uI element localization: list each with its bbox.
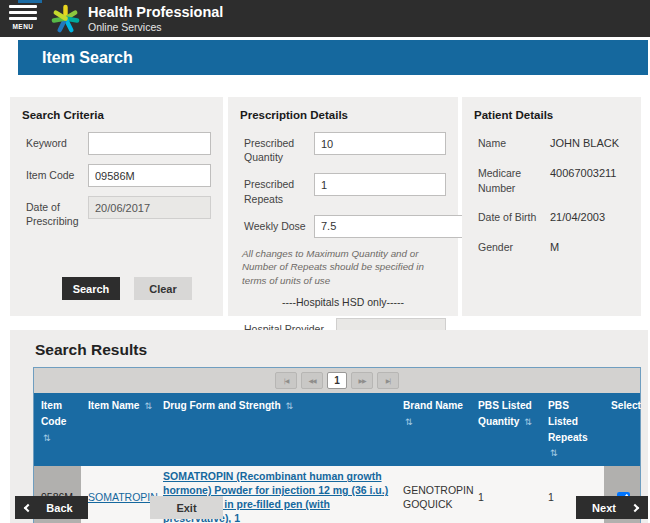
date-of-birth-value: 21/04/2003 [550, 206, 605, 225]
item-code-label: Item Code [26, 164, 88, 182]
column-header-item-code[interactable]: Item Code ⇅ [34, 393, 81, 466]
paginator-top: |◀ ◀◀ 1 ▶▶ ▶| [34, 368, 640, 393]
brand-subtitle: Online Services [88, 21, 223, 33]
item-code-input[interactable] [88, 164, 211, 187]
sort-icon: ⇅ [43, 433, 51, 443]
date-of-prescribing-input [88, 196, 211, 219]
result-item-name-link[interactable]: SOMATROPIN [88, 491, 158, 505]
menu-label: MENU [9, 23, 37, 30]
hpos-star-logo-icon [50, 3, 81, 34]
search-results-section: Search Results |◀ ◀◀ 1 ▶▶ ▶| Item Code ⇅… [10, 330, 648, 523]
column-header-drug-form[interactable]: Drug Form and Strength ⇅ [156, 393, 396, 466]
patient-name-label: Name [478, 132, 550, 150]
sort-icon: ⇅ [405, 417, 413, 427]
column-header-item-name[interactable]: Item Name ⇅ [81, 393, 156, 466]
exit-button[interactable]: Exit [150, 496, 223, 519]
brand-title: Health Professional [88, 4, 223, 21]
paginator-last-button[interactable]: ▶| [377, 372, 399, 389]
search-criteria-title: Search Criteria [22, 109, 211, 121]
prescribed-quantity-input[interactable] [314, 132, 446, 155]
hospitals-hsd-heading: ----Hospitals HSD only----- [240, 296, 446, 308]
app-header: MENU Health Professional Online Services [0, 0, 650, 37]
gender-value: M [550, 236, 559, 255]
gender-label: Gender [478, 236, 550, 254]
search-results-title: Search Results [10, 330, 648, 359]
clear-button[interactable]: Clear [134, 277, 192, 300]
paginator-first-button[interactable]: |◀ [275, 372, 297, 389]
result-row: 9586M SOMATROPIN SOMATROPIN (Recombinant… [34, 466, 640, 523]
back-button[interactable]: Back [15, 496, 88, 519]
keyword-label: Keyword [26, 132, 88, 150]
paginator-current-page[interactable]: 1 [327, 372, 347, 389]
patient-name-value: JOHN BLACK [550, 132, 619, 151]
sort-icon: ⇅ [550, 448, 558, 458]
page-title-bar: Item Search [18, 40, 648, 75]
results-table: |◀ ◀◀ 1 ▶▶ ▶| Item Code ⇅ Item Name ⇅ Dr… [33, 367, 641, 523]
weekly-dose-label: Weekly Dose [244, 215, 314, 233]
date-of-birth-label: Date of Birth [478, 206, 550, 224]
prescription-details-title: Prescription Details [240, 109, 446, 121]
results-table-header: Item Code ⇅ Item Name ⇅ Drug Form and St… [34, 393, 640, 466]
top-accent-strip [18, 0, 42, 3]
menu-button[interactable]: MENU [9, 5, 37, 30]
column-header-pbs-quantity[interactable]: PBS Listed Quantity ⇅ [471, 393, 541, 466]
sort-icon: ⇅ [524, 417, 532, 427]
column-header-pbs-repeats[interactable]: PBS Listed Repeats ⇅ [541, 393, 604, 466]
paginator-prev-button[interactable]: ◀◀ [301, 372, 323, 389]
column-header-select: Select [604, 393, 640, 466]
sort-icon: ⇅ [286, 401, 294, 411]
next-button[interactable]: Next [576, 496, 648, 519]
result-brand-name: GENOTROPIN GOQUICK [396, 466, 471, 523]
result-pbs-listed-quantity: 1 [471, 466, 541, 523]
chevron-right-icon [631, 503, 639, 511]
search-criteria-panel: Search Criteria Keyword Item Code Date o… [10, 97, 223, 316]
units-of-use-note: All changes to Maximum Quantity and or N… [242, 247, 444, 288]
date-of-prescribing-label: Date of Prescribing [26, 196, 88, 228]
prescribed-quantity-label: Prescribed Quantity [244, 132, 314, 164]
prescription-details-panel: Prescription Details Prescribed Quantity… [228, 97, 458, 316]
keyword-input[interactable] [88, 132, 211, 155]
patient-details-panel: Patient Details Name JOHN BLACK Medicare… [462, 97, 641, 316]
sort-icon: ⇅ [144, 401, 152, 411]
patient-details-title: Patient Details [474, 109, 629, 121]
page-title: Item Search [18, 49, 133, 67]
column-header-brand-name[interactable]: Brand Name ⇅ [396, 393, 471, 466]
medicare-number-label: Medicare Number [478, 162, 550, 194]
medicare-number-value: 40067003211 [550, 162, 616, 181]
search-button[interactable]: Search [62, 277, 120, 300]
hamburger-icon [9, 5, 37, 20]
prescribed-repeats-input[interactable] [314, 173, 446, 196]
prescribed-repeats-label: Prescribed Repeats [244, 173, 314, 205]
paginator-next-button[interactable]: ▶▶ [351, 372, 373, 389]
